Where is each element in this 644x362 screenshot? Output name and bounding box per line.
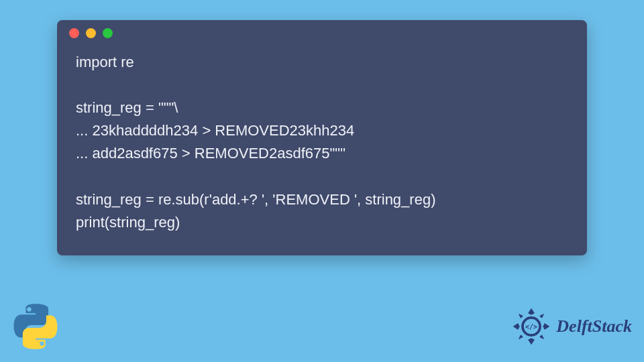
delftstack-name: DelftStack xyxy=(556,316,632,337)
code-line: ... 23khaddddh234 > REMOVED23khh234 xyxy=(76,122,354,139)
code-line: string_reg = """\ xyxy=(76,99,178,116)
code-body: import re string_reg = """\ ... 23khaddd… xyxy=(57,46,587,241)
code-line: print(string_reg) xyxy=(76,214,180,231)
delftstack-emblem-icon: </> xyxy=(511,306,552,347)
code-window: import re string_reg = """\ ... 23khaddd… xyxy=(57,20,587,255)
maximize-icon xyxy=(103,28,113,38)
close-icon xyxy=(69,28,79,38)
delftstack-logo: </> DelftStack xyxy=(511,306,632,347)
svg-text:</>: </> xyxy=(525,323,537,330)
code-line: string_reg = re.sub(r'add.+? ', 'REMOVED… xyxy=(76,191,435,208)
minimize-icon xyxy=(86,28,96,38)
code-line: ... add2asdf675 > REMOVED2asdf675""" xyxy=(76,145,345,162)
window-titlebar xyxy=(57,20,587,46)
python-logo-icon xyxy=(12,303,59,350)
code-line: import re xyxy=(76,54,134,70)
